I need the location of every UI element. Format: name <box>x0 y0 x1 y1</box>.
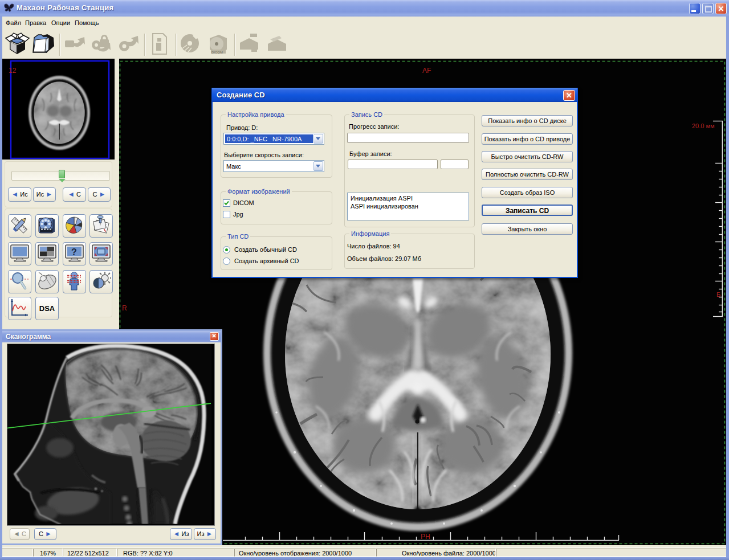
svg-text:AF: AF <box>422 67 431 75</box>
svg-text:DICOM: DICOM <box>211 51 223 54</box>
svg-text:20.0 мм: 20.0 мм <box>692 122 715 129</box>
svg-text:Б: Б <box>716 291 720 298</box>
svg-text:R: R <box>122 304 127 312</box>
svg-text:?: ? <box>71 247 77 257</box>
svg-text:PH: PH <box>421 533 430 541</box>
svg-text:12: 12 <box>9 67 17 75</box>
